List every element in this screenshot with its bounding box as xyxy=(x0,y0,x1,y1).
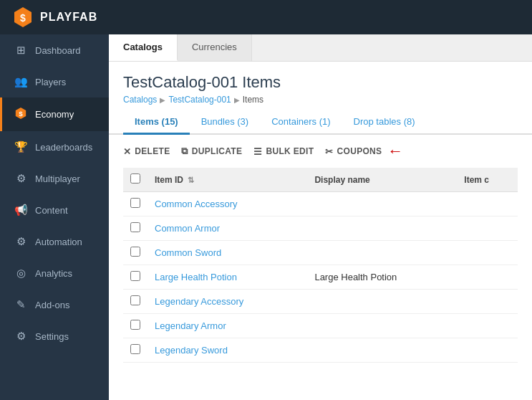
row-checkbox[interactable] xyxy=(130,198,140,208)
select-all-checkbox[interactable] xyxy=(130,173,140,184)
sort-icon: ⇅ xyxy=(188,176,194,184)
toolbar: ✕ DELETE ⧉ DUPLICATE ☰ BULK EDIT ✂ COUPO… xyxy=(109,135,532,168)
row-item-id[interactable]: Common Accessory xyxy=(147,192,307,216)
table-header-item-id[interactable]: Item ID ⇅ xyxy=(147,168,307,192)
table-header-row: Item ID ⇅ Display name Item c xyxy=(123,168,518,192)
logo-icon: $ xyxy=(11,6,34,29)
table-row: Common Accessory xyxy=(123,192,518,216)
row-item-class xyxy=(457,265,518,290)
sidebar-item-economy[interactable]: $ Economy xyxy=(0,97,109,131)
table-header-item-class: Item c xyxy=(457,168,518,192)
sub-tabs: Items (15) Bundles (3) Containers (1) Dr… xyxy=(109,110,532,135)
players-icon: 👥 xyxy=(14,75,28,88)
sidebar-item-addons[interactable]: ✎ Add-ons xyxy=(0,289,109,320)
row-checkbox-cell xyxy=(123,241,147,265)
row-checkbox[interactable] xyxy=(130,295,140,305)
row-item-class xyxy=(457,192,518,216)
row-checkbox-cell xyxy=(123,314,147,338)
logo[interactable]: $ PLAYFAB xyxy=(11,6,97,29)
sub-tab-bundles[interactable]: Bundles (3) xyxy=(190,110,260,135)
sub-tab-items[interactable]: Items (15) xyxy=(123,110,190,135)
table-row: Common Sword xyxy=(123,241,518,265)
sidebar-item-automation[interactable]: ⚙ Automation xyxy=(0,226,109,257)
tab-catalogs[interactable]: Catalogs xyxy=(109,34,178,61)
row-display-name xyxy=(307,192,457,216)
row-checkbox[interactable] xyxy=(130,271,140,281)
row-display-name xyxy=(307,338,457,363)
sidebar-item-label: Dashboard xyxy=(35,45,81,56)
brand-name: PLAYFAB xyxy=(40,11,97,24)
duplicate-icon: ⧉ xyxy=(181,146,188,157)
sidebar-item-label: Multiplayer xyxy=(35,173,80,184)
row-checkbox[interactable] xyxy=(130,222,140,232)
row-item-id[interactable]: Common Armor xyxy=(147,216,307,241)
settings-icon: ⚙ xyxy=(14,330,28,343)
table-row: Legendary Accessory xyxy=(123,290,518,314)
breadcrumb-testcatalog[interactable]: TestCatalog-001 xyxy=(168,95,231,105)
coupons-arrow: ← xyxy=(387,142,403,161)
sidebar-item-label: Add-ons xyxy=(35,300,69,310)
items-table: Item ID ⇅ Display name Item c Common Acc… xyxy=(123,168,518,363)
bulk-edit-button[interactable]: ☰ BULK EDIT xyxy=(253,146,314,157)
row-display-name xyxy=(307,216,457,241)
sidebar-item-settings[interactable]: ⚙ Settings xyxy=(0,320,109,352)
row-checkbox[interactable] xyxy=(130,247,140,257)
sub-tab-containers[interactable]: Containers (1) xyxy=(260,110,342,135)
sidebar-item-analytics[interactable]: ◎ Analytics xyxy=(0,257,109,289)
table-header-display-name: Display name xyxy=(307,168,457,192)
row-item-id[interactable]: Legendary Accessory xyxy=(147,290,307,314)
sidebar-item-players[interactable]: 👥 Players xyxy=(0,66,109,97)
analytics-icon: ◎ xyxy=(14,267,28,280)
table-header-checkbox xyxy=(123,168,147,192)
row-item-id[interactable]: Legendary Sword xyxy=(147,338,307,363)
dashboard-icon: ⊞ xyxy=(14,44,28,57)
sidebar: ⊞ Dashboard 👥 Players $ Economy 🏆 Leader… xyxy=(0,34,109,400)
row-item-class xyxy=(457,290,518,314)
row-item-id[interactable]: Large Health Potion xyxy=(147,265,307,290)
content-icon: 📢 xyxy=(14,204,28,216)
bulk-edit-icon: ☰ xyxy=(253,146,262,157)
row-checkbox-cell xyxy=(123,265,147,290)
automation-icon: ⚙ xyxy=(14,235,28,248)
coupons-icon: ✂ xyxy=(325,146,333,157)
row-item-id[interactable]: Common Sword xyxy=(147,241,307,265)
page-title: TestCatalog-001 Items xyxy=(123,73,518,92)
table-row: Legendary Armor xyxy=(123,314,518,338)
main-layout: ⊞ Dashboard 👥 Players $ Economy 🏆 Leader… xyxy=(0,34,532,400)
tab-currencies[interactable]: Currencies xyxy=(178,34,252,61)
row-display-name: Large Health Potion xyxy=(307,265,457,290)
sidebar-item-dashboard[interactable]: ⊞ Dashboard xyxy=(0,34,109,66)
breadcrumb-sep-1: ▶ xyxy=(160,96,165,104)
breadcrumb-sep-2: ▶ xyxy=(234,96,240,104)
main-tabs: Catalogs Currencies xyxy=(109,34,532,62)
sidebar-item-leaderboards[interactable]: 🏆 Leaderboards xyxy=(0,131,109,163)
sub-tab-droptables[interactable]: Drop tables (8) xyxy=(342,110,427,135)
sidebar-item-label: Players xyxy=(35,77,66,87)
row-checkbox[interactable] xyxy=(130,344,140,354)
row-item-class xyxy=(457,216,518,241)
row-checkbox-cell xyxy=(123,216,147,241)
duplicate-button[interactable]: ⧉ DUPLICATE xyxy=(181,146,242,157)
sidebar-item-label: Automation xyxy=(35,237,82,247)
row-checkbox-cell xyxy=(123,338,147,363)
svg-text:$: $ xyxy=(19,110,23,118)
sidebar-item-label: Analytics xyxy=(35,268,72,279)
row-checkbox[interactable] xyxy=(130,320,140,330)
row-display-name xyxy=(307,314,457,338)
row-item-class xyxy=(457,241,518,265)
svg-text:$: $ xyxy=(20,12,26,24)
delete-icon: ✕ xyxy=(123,146,131,157)
row-checkbox-cell xyxy=(123,192,147,216)
row-display-name xyxy=(307,290,457,314)
row-item-id[interactable]: Legendary Armor xyxy=(147,314,307,338)
breadcrumb-catalogs[interactable]: Catalogs xyxy=(123,95,157,105)
table-row: Large Health Potion Large Health Potion xyxy=(123,265,518,290)
sidebar-item-content[interactable]: 📢 Content xyxy=(0,194,109,226)
delete-button[interactable]: ✕ DELETE xyxy=(123,146,170,157)
sidebar-item-label: Settings xyxy=(35,331,69,342)
row-item-class xyxy=(457,314,518,338)
topbar: $ PLAYFAB xyxy=(0,0,532,34)
sidebar-item-label: Economy xyxy=(35,109,74,120)
sidebar-item-multiplayer[interactable]: ⚙ Multiplayer xyxy=(0,163,109,194)
coupons-button[interactable]: ✂ COUPONS xyxy=(325,146,382,157)
